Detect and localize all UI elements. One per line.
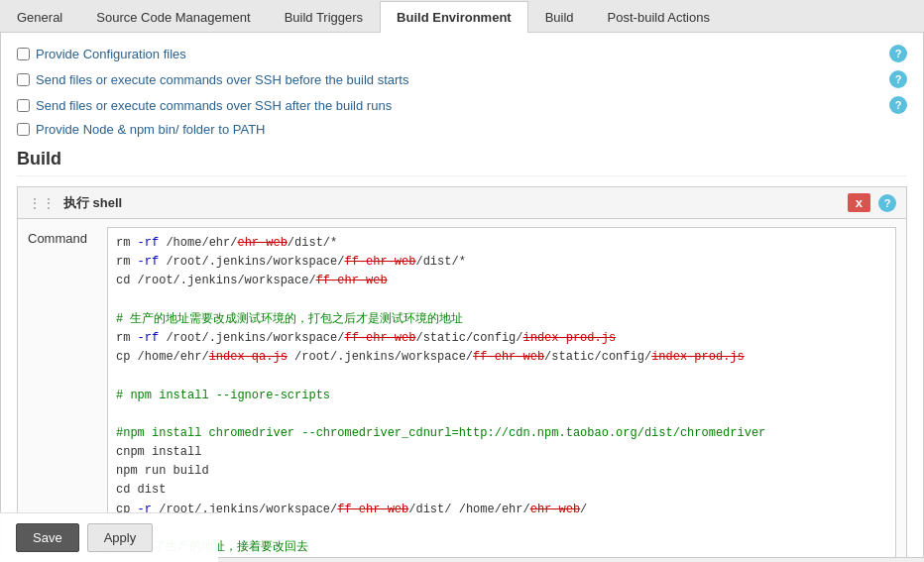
provide-config-label[interactable]: Provide Configuration files: [36, 47, 186, 61]
ssh-after-checkbox[interactable]: [17, 99, 30, 112]
tabs-bar: General Source Code Management Build Tri…: [0, 0, 924, 33]
checkbox-row-node-npm: Provide Node & npm bin/ folder to PATH: [17, 122, 907, 137]
build-step: ⋮⋮ 执行 shell x ? Command rm -rf /home/ehr…: [17, 186, 907, 558]
node-npm-checkbox[interactable]: [17, 123, 30, 136]
step-title: 执行 shell: [63, 194, 840, 212]
provide-config-checkbox[interactable]: [17, 48, 30, 60]
ssh-before-label[interactable]: Send files or execute commands over SSH …: [36, 72, 408, 87]
tab-triggers[interactable]: Build Triggers: [268, 1, 380, 33]
help-icon-2[interactable]: ?: [889, 70, 907, 88]
drag-handle-icon[interactable]: ⋮⋮: [28, 195, 56, 211]
build-step-header: ⋮⋮ 执行 shell x ?: [18, 187, 906, 219]
apply-button[interactable]: Apply: [87, 523, 154, 552]
ssh-after-label[interactable]: Send files or execute commands over SSH …: [36, 98, 392, 113]
main-content: Provide Configuration files ? Send files…: [0, 33, 924, 558]
tab-scm[interactable]: Source Code Management: [79, 1, 267, 33]
save-button[interactable]: Save: [16, 523, 79, 552]
command-textarea[interactable]: rm -rf /home/ehr/ehr-web/dist/* rm -rf /…: [107, 227, 896, 558]
help-icon-1[interactable]: ?: [889, 45, 907, 62]
checkbox-row-ssh-before: Send files or execute commands over SSH …: [17, 70, 907, 88]
checkbox-row-provide-config: Provide Configuration files ?: [17, 45, 907, 62]
footer-buttons: Save Apply: [0, 512, 218, 562]
command-row: Command rm -rf /home/ehr/ehr-web/dist/* …: [28, 227, 896, 558]
tab-post-build[interactable]: Post-build Actions: [591, 1, 727, 33]
tab-environment[interactable]: Build Environment: [380, 1, 528, 33]
checkbox-row-ssh-after: Send files or execute commands over SSH …: [17, 96, 907, 114]
delete-step-button[interactable]: x: [848, 193, 870, 212]
node-npm-label[interactable]: Provide Node & npm bin/ folder to PATH: [36, 122, 265, 137]
help-icon-step[interactable]: ?: [878, 194, 896, 212]
build-section-title: Build: [17, 149, 907, 176]
ssh-before-checkbox[interactable]: [17, 73, 30, 86]
command-label: Command: [28, 227, 97, 246]
tab-general[interactable]: General: [0, 1, 79, 33]
help-icon-3[interactable]: ?: [889, 96, 907, 114]
step-body: Command rm -rf /home/ehr/ehr-web/dist/* …: [18, 219, 906, 558]
tab-build[interactable]: Build: [528, 1, 591, 33]
